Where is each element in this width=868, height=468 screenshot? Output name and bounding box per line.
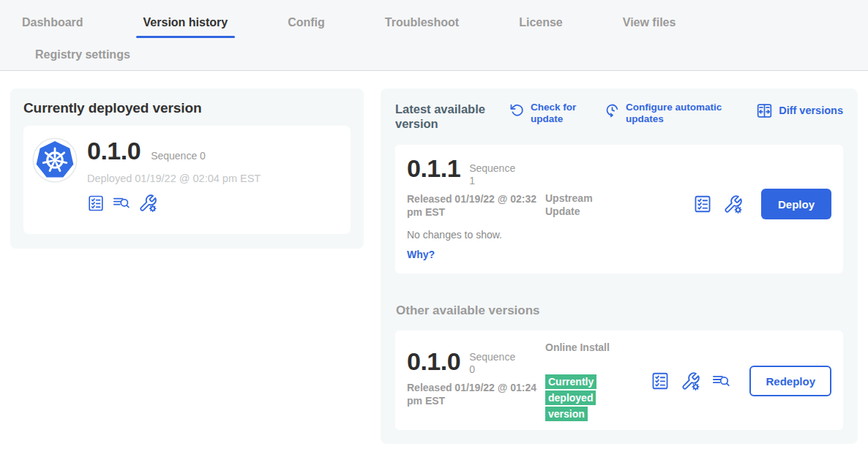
view-logs-icon[interactable] [711,372,731,390]
available-versions-panel: Latest available version Check for updat… [381,88,858,444]
tab-registry-settings[interactable]: Registry settings [28,44,138,70]
diff-icon [756,102,773,119]
tab-version-history[interactable]: Version history [136,12,236,38]
diff-versions-label: Diff versions [779,105,843,116]
configure-automatic-updates-link[interactable]: Configure automatic updates [605,102,722,125]
main-content: Currently deployed version [0,71,868,467]
top-navigation: Dashboard Version history Config Trouble… [0,0,868,71]
check-for-update-link[interactable]: Check for update [509,102,584,125]
deployed-version-number: 0.1.0 [87,137,141,164]
deployed-action-icons [87,194,261,213]
deployed-version-info: 0.1.0 Sequence 0 Deployed 01/19/22 @ 02:… [87,137,261,224]
refresh-icon [509,102,525,118]
tab-troubleshoot[interactable]: Troubleshoot [378,12,466,38]
latest-version-source: Upstream Update [545,192,615,218]
other-version-number: 0.1.0 [407,348,460,374]
latest-sequence-label: Sequence 1 [469,155,522,187]
currently-deployed-card: Currently deployed version [10,88,364,249]
latest-version-number: 0.1.1 [407,155,460,181]
preflight-checklist-icon[interactable] [651,371,670,390]
latest-version-actions: Deploy [693,189,831,219]
deployed-timestamp: Deployed 01/19/22 @ 02:04 pm EST [87,173,261,184]
diff-versions-link[interactable]: Diff versions [756,102,843,119]
other-sequence-label: Sequence 0 [469,348,522,376]
tab-view-files[interactable]: View files [616,12,684,38]
other-released-timestamp: Released 01/19/22 @ 01:24 pm EST [407,381,546,407]
check-for-update-label: Check for update [531,102,582,125]
other-version-source: Online Install [545,341,615,354]
currently-deployed-badge: Currently deployed version [545,374,596,421]
currently-deployed-badge-wrap: Currently deployed version [545,374,604,422]
deployed-card-title: Currently deployed version [23,100,351,116]
tab-license[interactable]: License [512,12,570,38]
redeploy-button[interactable]: Redeploy [749,366,831,396]
kubernetes-logo-icon [32,137,78,183]
other-version-card: 0.1.0 Sequence 0 Released 01/19/22 @ 01:… [395,331,843,430]
deployed-version-row: 0.1.0 Sequence 0 Deployed 01/19/22 @ 02:… [23,126,351,234]
panel-title: Latest available version [395,102,506,131]
view-logs-icon[interactable] [112,195,131,212]
why-link[interactable]: Why? [407,249,435,260]
panel-header: Latest available version Check for updat… [395,102,843,131]
no-changes-text: No changes to show. [407,229,831,241]
preflight-checklist-icon[interactable] [693,195,712,214]
nav-row-1: Dashboard Version history Config Trouble… [0,7,868,38]
schedule-update-icon [605,102,620,118]
other-version-actions: Redeploy [651,366,831,396]
nav-row-2: Registry settings [0,44,868,70]
tab-dashboard[interactable]: Dashboard [15,12,91,38]
edit-config-icon[interactable] [138,194,157,213]
edit-config-icon[interactable] [723,195,743,214]
latest-released-timestamp: Released 01/19/22 @ 02:32 pm EST [407,192,546,219]
deploy-button[interactable]: Deploy [761,189,831,219]
latest-version-card: 0.1.1 Sequence 1 Released 01/19/22 @ 02:… [395,145,843,273]
preflight-checklist-icon[interactable] [87,195,105,212]
deployed-sequence-label: Sequence 0 [151,150,206,162]
edit-config-icon[interactable] [681,371,700,391]
configure-automatic-updates-label: Configure automatic updates [626,102,722,125]
tab-config[interactable]: Config [280,12,332,38]
other-versions-title: Other available versions [396,303,843,318]
